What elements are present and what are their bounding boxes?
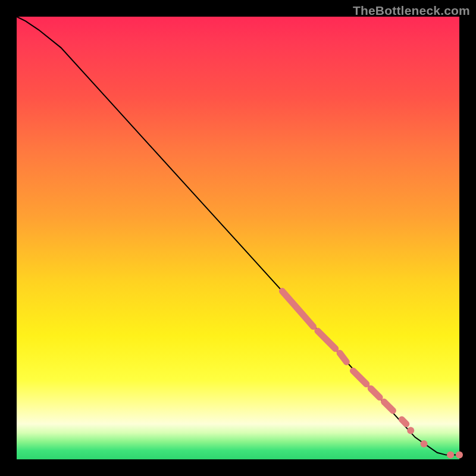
highlight-segments (282, 291, 406, 424)
chart-stage: TheBottleneck.com (0, 0, 476, 476)
watermark-text: TheBottleneck.com (353, 4, 470, 18)
plot-area (17, 17, 459, 459)
highlight-point (407, 427, 414, 434)
highlight-segment (371, 389, 380, 397)
highlight-point (421, 440, 428, 447)
highlight-point (456, 452, 463, 459)
highlight-segment (282, 291, 313, 327)
highlight-segment (340, 353, 346, 362)
highlight-point (447, 452, 454, 459)
plot-svg (17, 17, 459, 459)
highlight-segment (353, 371, 366, 384)
highlight-points (407, 427, 463, 459)
highlight-segment (384, 402, 393, 411)
highlight-segment (402, 419, 406, 424)
main-curve (17, 17, 459, 455)
highlight-segment (318, 331, 336, 349)
